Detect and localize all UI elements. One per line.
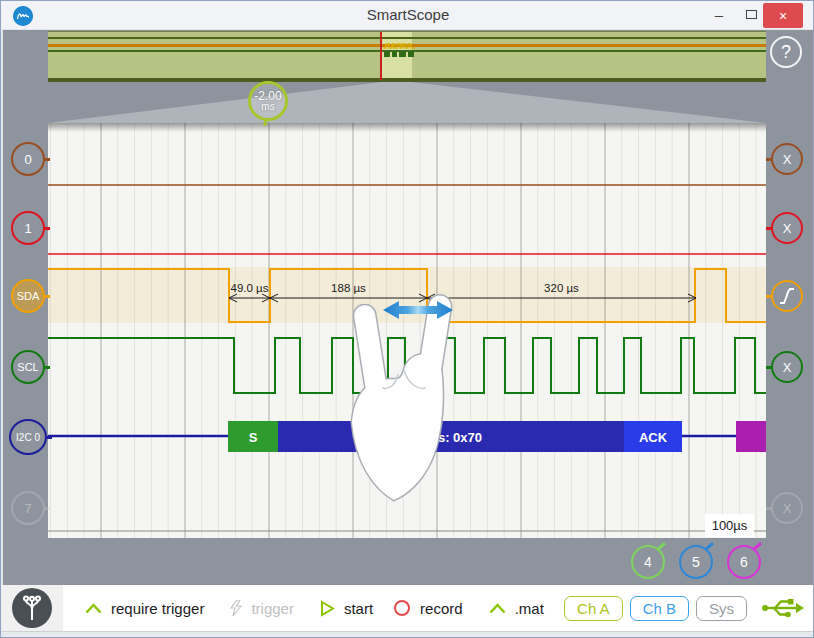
require-trigger-label: require trigger (111, 600, 204, 617)
channel-label: 0 (24, 152, 31, 167)
wave-marker-4[interactable]: 4 (631, 545, 665, 579)
channel-badge-scl[interactable]: SCL (11, 350, 45, 384)
mat-label: .mat (515, 600, 544, 617)
marker-label: 6 (740, 554, 748, 570)
close-button[interactable]: × (763, 3, 803, 28)
channel-label: 1 (24, 221, 31, 236)
channel-remove-button-0[interactable]: X (771, 143, 803, 175)
remove-label: X (783, 152, 792, 167)
record-label: record (420, 600, 463, 617)
channel-badge-i2c0[interactable]: I2C 0 (9, 419, 47, 455)
channel-label: SCL (17, 361, 38, 373)
system-button[interactable]: Sys (696, 596, 747, 621)
labnation-logo-icon (12, 588, 52, 628)
channel-remove-button-7[interactable]: X (771, 492, 803, 524)
play-icon (320, 600, 335, 617)
time-offset-badge[interactable]: -2.00 ms (248, 81, 288, 121)
record-button[interactable]: record (393, 599, 463, 617)
minimize-button[interactable]: – (705, 1, 733, 27)
mat-export-button[interactable]: .mat (489, 600, 544, 617)
usb-icon (761, 596, 805, 620)
window-frame-left (1, 30, 3, 585)
remove-label: X (783, 360, 792, 375)
pan-gesture-hand (338, 292, 464, 504)
remove-label: X (783, 501, 792, 516)
time-offset-unit: ms (261, 102, 274, 112)
trigger-edge-button-sda[interactable] (771, 280, 803, 312)
start-button[interactable]: start (320, 600, 373, 617)
marker-label: 5 (692, 554, 700, 570)
timebase-label: 100µs (705, 514, 754, 537)
pan-direction-arrow-icon (382, 300, 454, 320)
trigger-button[interactable]: trigger (230, 600, 294, 617)
maximize-button[interactable] (737, 1, 765, 27)
title-bar: SmartScope – × (1, 1, 814, 30)
wave-marker-5[interactable]: 5 (679, 545, 713, 579)
channel-label: I2C 0 (16, 432, 40, 443)
channel-badge-7[interactable]: 7 (11, 491, 45, 525)
main-area: ? -2.00 ms Ss: 0x70ACK49.0 µs188 µs320 µ… (1, 30, 814, 585)
chevron-up-icon (85, 603, 102, 614)
menu-logo-cell[interactable] (1, 585, 63, 631)
channel-badge-sda[interactable]: SDA (11, 279, 45, 313)
smartscope-window: SmartScope – × ? (0, 0, 814, 638)
channel-badge-1[interactable]: 1 (11, 211, 45, 245)
remove-label: X (783, 221, 792, 236)
chevron-up-icon (489, 603, 506, 614)
wave-marker-6[interactable]: 6 (727, 545, 761, 579)
require-trigger-button[interactable]: require trigger (85, 600, 204, 617)
channel-label: SDA (17, 290, 40, 302)
maximize-icon (746, 10, 757, 19)
window-frame-bottom (1, 631, 814, 638)
start-label: start (344, 600, 373, 617)
usb-status (761, 596, 805, 620)
marker-label: 4 (644, 554, 652, 570)
channel-a-button[interactable]: Ch A (564, 596, 623, 621)
channel-label: 7 (24, 501, 31, 516)
trigger-edge-icon (778, 285, 796, 307)
lightning-icon (230, 600, 242, 617)
channel-remove-button-scl[interactable]: X (771, 351, 803, 383)
record-circle-icon (393, 599, 411, 617)
bottom-toolbar: require trigger trigger start record .ma… (1, 585, 814, 631)
channel-badge-0[interactable]: 0 (11, 142, 45, 176)
channel-remove-button-1[interactable]: X (771, 212, 803, 244)
channel-b-button[interactable]: Ch B (630, 596, 689, 621)
trigger-label: trigger (251, 600, 294, 617)
window-title: SmartScope (1, 6, 814, 23)
